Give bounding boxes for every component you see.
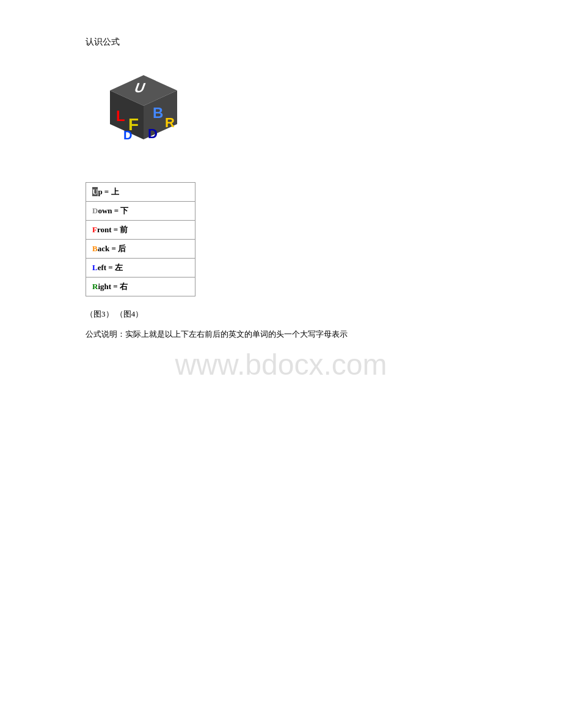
cube-image: U L F D B R D: [98, 66, 195, 164]
table-row-front: Front = 前: [86, 221, 195, 240]
description: 公式说明：实际上就是以上下左右前后的英文的单词的头一个大写字母表示: [86, 329, 513, 340]
page-title: 认识公式: [86, 37, 513, 48]
svg-text:R: R: [165, 115, 175, 130]
table-row-down: Down = 下: [86, 202, 195, 221]
figure-caption: （图3） （图4）: [86, 309, 513, 320]
svg-text:L: L: [116, 108, 125, 124]
table-row-left: Left = 左: [86, 259, 195, 278]
svg-text:D: D: [148, 126, 158, 141]
svg-text:B: B: [153, 105, 163, 121]
svg-text:D: D: [123, 128, 132, 142]
table-row-right: Right = 右: [86, 278, 195, 296]
directions-table: Up = 上 Down = 下 Front = 前 Back = 后 Left …: [86, 182, 195, 296]
table-row-back: Back = 后: [86, 240, 195, 259]
table-row-up: Up = 上: [86, 183, 195, 202]
